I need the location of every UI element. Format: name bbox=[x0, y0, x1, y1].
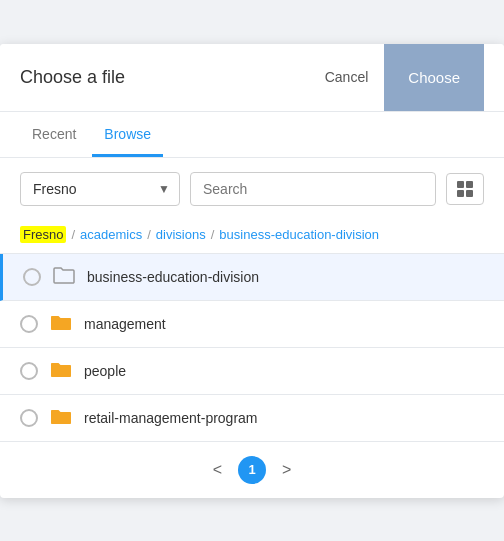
file-list: business-education-division management p… bbox=[0, 253, 504, 442]
modal-header: Choose a file Cancel Choose bbox=[0, 44, 504, 112]
file-name: business-education-division bbox=[87, 269, 259, 285]
folder-icon bbox=[53, 266, 75, 288]
tab-browse[interactable]: Browse bbox=[92, 112, 163, 157]
location-dropdown[interactable]: Fresno Other bbox=[20, 172, 180, 206]
file-chooser-modal: Choose a file Cancel Choose Recent Brows… bbox=[0, 44, 504, 498]
list-item[interactable]: people bbox=[0, 348, 504, 395]
folder-icon bbox=[50, 360, 72, 382]
next-page-button[interactable]: > bbox=[274, 457, 299, 483]
breadcrumb-item-divisions[interactable]: divisions bbox=[156, 227, 206, 242]
choose-button[interactable]: Choose bbox=[384, 44, 484, 112]
pagination: < 1 > bbox=[0, 442, 504, 498]
list-item[interactable]: retail-management-program bbox=[0, 395, 504, 442]
breadcrumb-sep-2: / bbox=[147, 227, 151, 242]
breadcrumb-item-business-education[interactable]: business-education-division bbox=[219, 227, 379, 242]
prev-page-button[interactable]: < bbox=[205, 457, 230, 483]
grid-view-button[interactable] bbox=[446, 173, 484, 205]
breadcrumb: Fresno / academics / divisions / busines… bbox=[0, 220, 504, 253]
folder-icon bbox=[50, 313, 72, 335]
search-input[interactable] bbox=[190, 172, 436, 206]
tabs-bar: Recent Browse bbox=[0, 112, 504, 158]
location-dropdown-wrap: Fresno Other ▼ bbox=[20, 172, 180, 206]
folder-icon bbox=[50, 407, 72, 429]
cancel-button[interactable]: Cancel bbox=[309, 61, 385, 93]
breadcrumb-sep-1: / bbox=[71, 227, 75, 242]
breadcrumb-item-fresno[interactable]: Fresno bbox=[20, 226, 66, 243]
file-name: management bbox=[84, 316, 166, 332]
list-item[interactable]: business-education-division bbox=[0, 254, 504, 301]
tab-recent[interactable]: Recent bbox=[20, 112, 88, 157]
grid-icon bbox=[457, 181, 473, 197]
file-name: retail-management-program bbox=[84, 410, 258, 426]
header-actions: Cancel Choose bbox=[309, 44, 484, 112]
breadcrumb-item-academics[interactable]: academics bbox=[80, 227, 142, 242]
list-item[interactable]: management bbox=[0, 301, 504, 348]
file-name: people bbox=[84, 363, 126, 379]
radio-button[interactable] bbox=[20, 315, 38, 333]
current-page: 1 bbox=[238, 456, 266, 484]
radio-button[interactable] bbox=[23, 268, 41, 286]
breadcrumb-sep-3: / bbox=[211, 227, 215, 242]
toolbar: Fresno Other ▼ bbox=[0, 158, 504, 220]
radio-button[interactable] bbox=[20, 409, 38, 427]
radio-button[interactable] bbox=[20, 362, 38, 380]
modal-title: Choose a file bbox=[20, 67, 125, 88]
